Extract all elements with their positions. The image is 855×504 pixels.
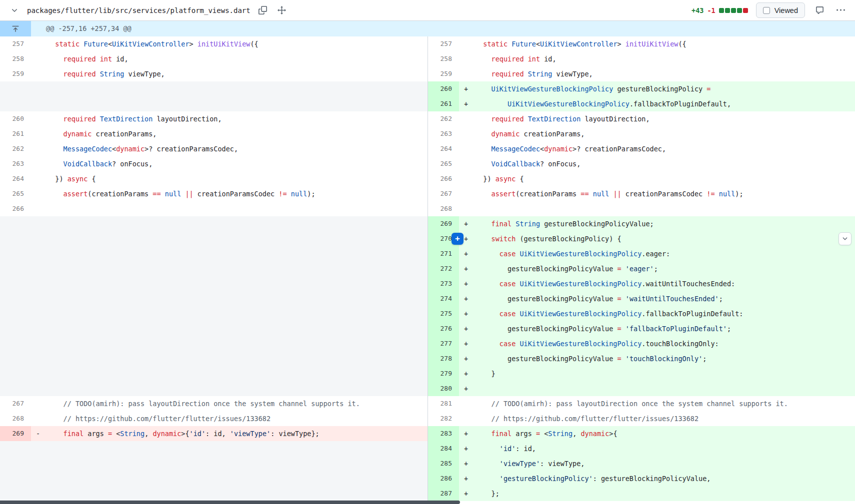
- new-line-number[interactable]: 258: [428, 51, 459, 66]
- old-line-number[interactable]: 267: [0, 396, 31, 411]
- diff-row: 276+ gestureBlockingPolicyValue = 'fallb…: [0, 321, 855, 336]
- new-line-number[interactable]: 271: [428, 246, 459, 261]
- diff-marker: [31, 351, 45, 366]
- new-line-number[interactable]: 284: [428, 441, 459, 456]
- new-line-number[interactable]: 280: [428, 381, 459, 396]
- old-line-number[interactable]: 263: [0, 156, 31, 171]
- diff-row: 268 // https://github.com/flutter/flutte…: [0, 411, 855, 426]
- new-line-number[interactable]: 261: [428, 96, 459, 111]
- diff-left-empty: [0, 231, 428, 246]
- diff-row: 274+ gestureBlockingPolicyValue = 'waitU…: [0, 291, 855, 306]
- code-line: // https://github.com/flutter/flutter/is…: [473, 411, 855, 426]
- new-line-number[interactable]: 264: [428, 141, 459, 156]
- code-line: [45, 231, 428, 246]
- new-line-number[interactable]: 266: [428, 171, 459, 186]
- new-line-number[interactable]: 277: [428, 336, 459, 351]
- diff-left-empty: [0, 366, 428, 381]
- code-line: gestureBlockingPolicyValue = 'touchBlock…: [473, 351, 855, 366]
- diff-left-empty: [0, 351, 428, 366]
- kebab-menu-button[interactable]: [834, 4, 847, 17]
- new-line-number[interactable]: 276: [428, 321, 459, 336]
- code-line: case UiKitViewGestureBlockingPolicy.fall…: [473, 306, 855, 321]
- collapse-file-button[interactable]: [8, 4, 21, 17]
- new-line-number[interactable]: 268: [428, 201, 459, 216]
- move-file-button[interactable]: [276, 4, 288, 17]
- old-line-number[interactable]: 265: [0, 186, 31, 201]
- new-line-number[interactable]: 279: [428, 366, 459, 381]
- new-line-number[interactable]: 257: [428, 36, 459, 51]
- comment-button[interactable]: [813, 4, 826, 17]
- old-line-number: [0, 381, 31, 396]
- new-line-number[interactable]: 265: [428, 156, 459, 171]
- new-line-number[interactable]: 275: [428, 306, 459, 321]
- diff-right-ctx: 263 dynamic creationParams,: [428, 126, 855, 141]
- new-line-number[interactable]: 278: [428, 351, 459, 366]
- old-line-number[interactable]: 261: [0, 126, 31, 141]
- old-line-number[interactable]: 268: [0, 411, 31, 426]
- diff-rows: 257 static Future<UiKitViewController> i…: [0, 36, 855, 501]
- new-line-number[interactable]: 282: [428, 411, 459, 426]
- copy-path-button[interactable]: [256, 4, 270, 17]
- old-line-number[interactable]: 262: [0, 141, 31, 156]
- diff-marker: [31, 201, 45, 216]
- old-line-number[interactable]: 260: [0, 111, 31, 126]
- old-line-number[interactable]: 264: [0, 171, 31, 186]
- new-line-number[interactable]: 285: [428, 456, 459, 471]
- diff-row: 284+ 'id': id,: [0, 441, 855, 456]
- diff-row: 286+ 'gestureBlockingPolicy': gestureBlo…: [0, 471, 855, 486]
- code-line: [45, 291, 428, 306]
- diff-marker: [31, 141, 45, 156]
- viewed-toggle-button[interactable]: Viewed: [756, 2, 805, 18]
- new-line-number[interactable]: 262: [428, 111, 459, 126]
- diff-right-ctx: 265 VoidCallback? onFocus,: [428, 156, 855, 171]
- new-line-number[interactable]: 259: [428, 66, 459, 81]
- new-line-number[interactable]: 272: [428, 261, 459, 276]
- diff-marker: +: [459, 261, 473, 276]
- add-line-comment-button[interactable]: +: [452, 233, 464, 245]
- diff-marker: [31, 321, 45, 336]
- diff-marker: [31, 171, 45, 186]
- diff-left-empty: [0, 306, 428, 321]
- old-line-number[interactable]: 257: [0, 36, 31, 51]
- diff-left-del: 269- final args = <String, dynamic>{'id'…: [0, 426, 428, 441]
- diff-left-ctx: 267 // TODO(amirh): pass layoutDirection…: [0, 396, 428, 411]
- new-line-number[interactable]: 267: [428, 186, 459, 201]
- old-line-number[interactable]: 266: [0, 201, 31, 216]
- old-line-number[interactable]: 258: [0, 51, 31, 66]
- diff-marker: [31, 441, 45, 456]
- old-line-number[interactable]: 259: [0, 66, 31, 81]
- diff-row: 263 VoidCallback? onFocus,265 VoidCallba…: [0, 156, 855, 171]
- fold-up-icon: [12, 25, 20, 33]
- diff-left-empty: [0, 246, 428, 261]
- new-line-number[interactable]: 283: [428, 426, 459, 441]
- new-line-number[interactable]: 287: [428, 486, 459, 501]
- code-line: [45, 381, 428, 396]
- new-line-number[interactable]: 281: [428, 396, 459, 411]
- new-line-number[interactable]: 286: [428, 471, 459, 486]
- diff-marker: +: [459, 441, 473, 456]
- code-line: required int id,: [45, 51, 428, 66]
- new-line-number[interactable]: 269: [428, 216, 459, 231]
- old-line-number[interactable]: 269: [0, 426, 31, 441]
- horizontal-scrollbar[interactable]: [0, 501, 460, 504]
- code-line: MessageCodec<dynamic>? creationParamsCod…: [473, 141, 855, 156]
- new-line-number[interactable]: 274: [428, 291, 459, 306]
- new-line-number[interactable]: 263: [428, 126, 459, 141]
- code-line: UiKitViewGestureBlockingPolicy.fallbackT…: [473, 96, 855, 111]
- viewed-checkbox[interactable]: [763, 7, 770, 14]
- diff-marker: +: [459, 81, 473, 96]
- diff-marker: +: [459, 336, 473, 351]
- code-line: }) async {: [45, 171, 428, 186]
- file-path: packages/flutter/lib/src/services/platfo…: [27, 6, 250, 14]
- code-line: };: [473, 486, 855, 501]
- new-line-number[interactable]: 273: [428, 276, 459, 291]
- copy-icon: [258, 6, 267, 14]
- expand-hunk-button[interactable]: [0, 21, 31, 36]
- diff-left-empty: [0, 486, 428, 501]
- diff-row: 280+: [0, 381, 855, 396]
- kebab-horizontal-icon: [836, 6, 845, 14]
- new-line-number[interactable]: 260: [428, 81, 459, 96]
- row-actions-dropdown-button[interactable]: [838, 232, 852, 245]
- diff-marker: [459, 171, 473, 186]
- diff-right-add: 284+ 'id': id,: [428, 441, 855, 456]
